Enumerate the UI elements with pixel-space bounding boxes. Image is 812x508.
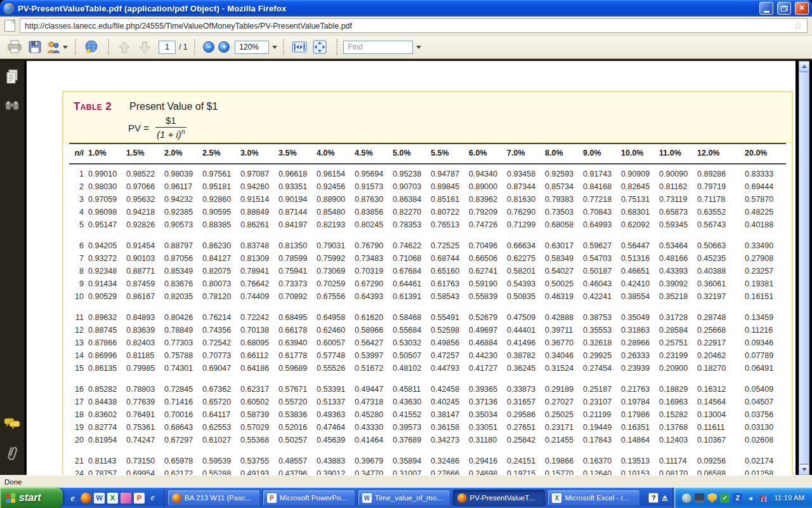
- value-cell: 0.77303: [164, 337, 202, 349]
- messenger-icon[interactable]: [682, 493, 691, 503]
- value-cell: 0.76513: [431, 218, 469, 231]
- excel-icon[interactable]: X: [107, 493, 118, 504]
- value-cell: 0.94232: [164, 193, 202, 206]
- firefox-icon[interactable]: [81, 493, 91, 504]
- scrollbar-thumb[interactable]: [799, 72, 809, 464]
- vertical-scrollbar[interactable]: [799, 61, 809, 475]
- value-cell: 0.33051: [469, 421, 507, 434]
- web-capture-button[interactable]: [82, 38, 101, 56]
- value-cell: 0.36245: [507, 362, 545, 375]
- period-cell: 9: [69, 277, 88, 290]
- fit-page-button[interactable]: [310, 38, 329, 56]
- column-header: 6.0%: [469, 147, 507, 159]
- value-cell: 0.49697: [469, 324, 507, 337]
- scroll-down-button[interactable]: [799, 464, 809, 475]
- close-button[interactable]: ×: [795, 2, 809, 15]
- taskbar-clock[interactable]: 11:19 AM: [774, 494, 804, 502]
- value-cell: 0.29189: [545, 383, 583, 396]
- value-cell: 0.45811: [393, 383, 431, 396]
- value-cell: 0.39012: [317, 467, 355, 475]
- value-cell: 0.85734: [545, 180, 583, 193]
- word-icon[interactable]: W: [94, 493, 105, 504]
- taskbar-button-3[interactable]: WTime_value_of_mo...: [358, 490, 450, 506]
- save-button[interactable]: [25, 38, 44, 56]
- value-cell: 0.72542: [202, 337, 240, 349]
- novell-icon[interactable]: N: [758, 493, 768, 503]
- value-cell: 0.87866: [88, 337, 126, 349]
- value-cell: 0.91434: [88, 277, 126, 290]
- windows-taskbar: start eWXPe BA 213 W11 (Pasc...PMicrosof…: [0, 488, 812, 508]
- value-cell: 0.94205: [88, 239, 126, 252]
- value-cell: 0.23257: [735, 265, 786, 277]
- help-icon[interactable]: ?: [648, 493, 658, 503]
- value-cell: 0.69444: [735, 180, 786, 193]
- value-cell: 0.95238: [393, 168, 431, 180]
- address-bar[interactable]: http://classes.lanecc.edu/file.php/24555…: [20, 18, 808, 33]
- value-cell: 0.56427: [355, 337, 393, 349]
- value-cell: 0.82645: [621, 180, 659, 193]
- value-cell: 0.20462: [697, 349, 735, 362]
- table-row: 240.787570.699540.621720.552880.491930.4…: [69, 467, 786, 475]
- table-header-row: n/i1.0%1.5%2.0%2.5%3.0%3.5%4.0%4.5%5.0%5…: [69, 143, 786, 164]
- firefox-icon: [172, 493, 181, 503]
- value-cell: 0.27908: [735, 252, 786, 265]
- previous-page-button[interactable]: [115, 38, 134, 56]
- minimize-button[interactable]: [759, 2, 773, 15]
- value-cell: 0.36770: [545, 337, 583, 349]
- find-dropdown-caret-icon[interactable]: [416, 46, 421, 49]
- value-cell: 0.60502: [240, 396, 278, 408]
- value-cell: 0.68744: [431, 252, 469, 265]
- restore-button[interactable]: [777, 2, 791, 15]
- period-cell: 11: [69, 311, 88, 324]
- toolbar-chevron-icon[interactable]: [662, 495, 667, 501]
- value-cell: 0.70496: [469, 239, 507, 252]
- taskbar-button-1[interactable]: BA 213 W11 (Pasc...: [167, 490, 260, 506]
- antivirus-icon[interactable]: ✓: [720, 493, 730, 503]
- find-input[interactable]: Find: [343, 41, 413, 54]
- value-cell: 0.50025: [545, 277, 583, 290]
- value-cell: 0.83856: [355, 206, 393, 218]
- pv-table-box: Table 2 Present Value of $1 PV = $1 (1 +…: [62, 91, 793, 475]
- value-cell: 0.48557: [278, 455, 317, 467]
- pages-panel-icon[interactable]: [5, 69, 19, 88]
- zoom-out-button[interactable]: −: [203, 41, 214, 53]
- value-cell: 0.07789: [735, 349, 786, 362]
- taskbar-button-5[interactable]: XMicrosoft Excel - r...: [547, 490, 640, 506]
- value-cell: 0.78120: [202, 290, 240, 303]
- scroll-up-button[interactable]: [799, 61, 809, 72]
- comments-panel-icon[interactable]: [4, 417, 20, 433]
- taskbar-button-2[interactable]: PMicrosoft PowerPo...: [263, 490, 355, 506]
- page-number-input[interactable]: 1: [159, 41, 176, 54]
- keys-icon[interactable]: [121, 493, 131, 504]
- network-icon[interactable]: [695, 493, 704, 503]
- table-row: 210.811430.731500.659780.595390.537550.4…: [69, 455, 786, 467]
- bookmark-star-icon[interactable]: ☆: [793, 20, 802, 31]
- outlook-express-icon[interactable]: e: [147, 493, 158, 504]
- value-cell: 0.86135: [88, 362, 126, 375]
- value-cell: 0.95147: [88, 218, 126, 231]
- fit-width-button[interactable]: [290, 38, 309, 56]
- value-cell: 0.90909: [621, 168, 659, 180]
- value-cell: 0.44793: [431, 362, 469, 375]
- value-cell: 0.35218: [659, 290, 697, 303]
- next-page-button[interactable]: [135, 38, 154, 56]
- value-cell: 0.75788: [164, 349, 202, 362]
- start-button[interactable]: start: [0, 488, 63, 508]
- print-button[interactable]: [5, 38, 24, 56]
- zoom-level-select[interactable]: 120%: [235, 41, 269, 54]
- volume-icon[interactable]: ◄: [745, 493, 755, 503]
- search-binoculars-icon[interactable]: [4, 99, 20, 114]
- attachments-paperclip-icon[interactable]: [4, 444, 20, 465]
- zoom-dropdown-caret-icon[interactable]: [272, 46, 277, 49]
- zoom-in-button[interactable]: +: [218, 41, 230, 53]
- value-cell: 0.80245: [355, 218, 393, 231]
- zonealarm-icon[interactable]: Z: [733, 493, 742, 503]
- email-collaborate-button[interactable]: [46, 38, 68, 56]
- powerpoint-icon[interactable]: P: [134, 493, 145, 504]
- value-cell: 0.76790: [355, 239, 393, 252]
- row-group: 110.896320.848930.804260.762140.722420.6…: [69, 311, 786, 375]
- internet-explorer-icon[interactable]: e: [67, 493, 78, 504]
- taskbar-button-4[interactable]: PV-PresentValueT...: [453, 490, 546, 506]
- security-shield-icon[interactable]: [707, 493, 717, 503]
- value-cell: 0.88900: [317, 193, 355, 206]
